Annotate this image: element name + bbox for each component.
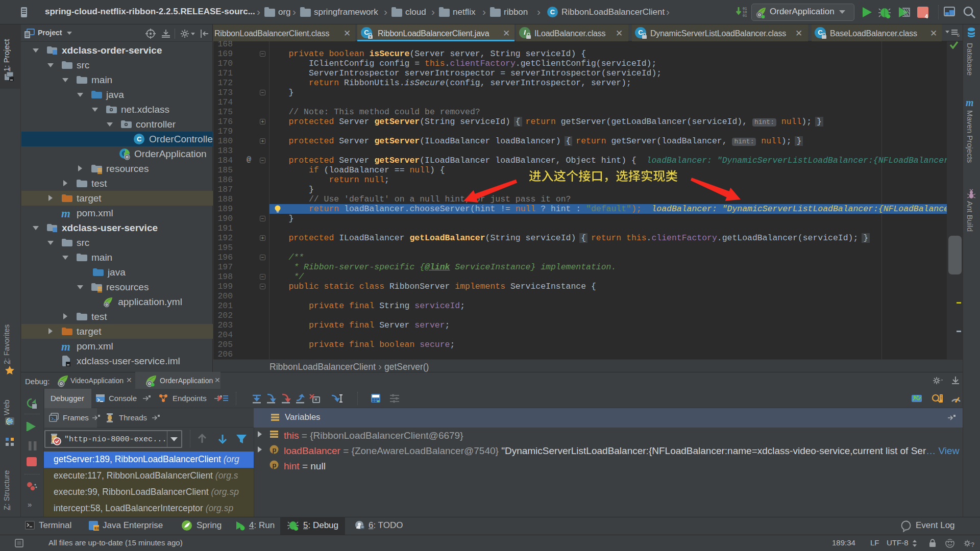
svg-text:EE: EE bbox=[94, 526, 100, 531]
svg-text:p: p bbox=[273, 461, 277, 469]
svg-text:6: 6 bbox=[957, 33, 960, 37]
svg-text:p: p bbox=[273, 446, 277, 454]
svg-text:01: 01 bbox=[743, 14, 747, 18]
svg-text:?: ? bbox=[971, 541, 974, 548]
